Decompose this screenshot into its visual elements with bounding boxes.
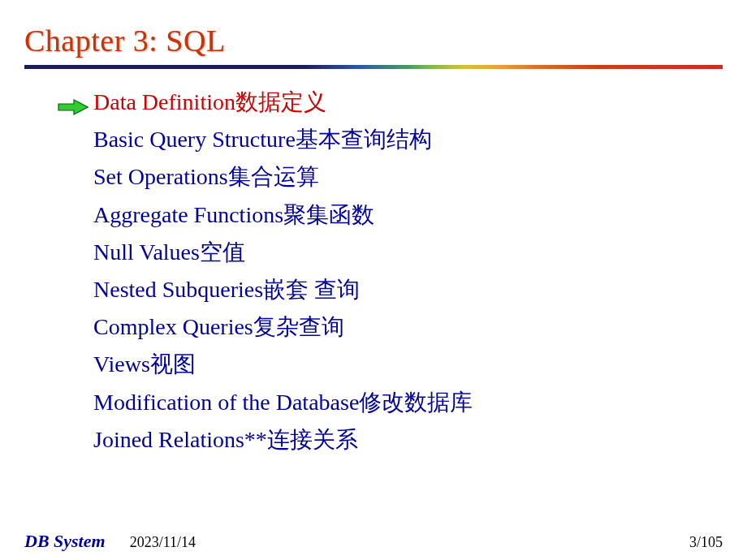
item-text-en: Set Operations xyxy=(93,158,228,196)
item-text-en: Joined Relations** xyxy=(93,421,267,459)
list-item: Joined Relations** 连接关系 xyxy=(93,421,723,459)
item-text-en: Views xyxy=(93,346,150,383)
list-item: Null Values空值 xyxy=(93,234,723,271)
footer-page: 3/105 xyxy=(689,534,723,551)
arrow-icon xyxy=(58,89,89,106)
item-text-zh: 基本查询结构 xyxy=(296,121,432,158)
item-text-en: Aggregate Functions xyxy=(93,196,283,234)
item-text-zh: 空值 xyxy=(200,234,245,271)
list-item: Basic Query Structure 基本查询结构 xyxy=(93,121,723,158)
item-text-en: Null Values xyxy=(93,234,200,271)
list-item: Aggregate Functions 聚集函数 xyxy=(93,196,723,234)
item-text-en: Complex Queries xyxy=(93,308,253,346)
slide: Chapter 3: SQL Data Definition 数据定义Basic… xyxy=(0,0,747,560)
slide-footer: DB System 2023/11/14 3/105 xyxy=(0,531,747,552)
item-text-en: Basic Query Structure xyxy=(93,121,296,158)
item-text-zh: 嵌套 查询 xyxy=(263,271,360,308)
list-item: Nested Subqueries嵌套 查询 xyxy=(93,271,723,308)
list-item: Views 视图 xyxy=(93,346,723,383)
item-text-zh: 修改数据库 xyxy=(359,384,473,421)
item-text-zh: 复杂查询 xyxy=(253,308,344,346)
item-text-zh: 聚集函数 xyxy=(283,196,374,234)
footer-label: DB System xyxy=(24,531,106,552)
item-text-zh: 连接关系 xyxy=(267,421,358,459)
item-text-zh: 数据定义 xyxy=(235,84,326,121)
list-item: Set Operations 集合运算 xyxy=(93,158,723,196)
slide-title: Chapter 3: SQL xyxy=(24,23,723,58)
content-list: Data Definition 数据定义Basic Query Structur… xyxy=(24,84,723,459)
item-text-zh: 视图 xyxy=(150,346,196,383)
list-item: Complex Queries 复杂查询 xyxy=(93,308,723,346)
item-text-zh: 集合运算 xyxy=(228,158,319,196)
list-item: Modification of the Database 修改数据库 xyxy=(93,384,723,421)
item-text-en: Data Definition xyxy=(93,84,235,121)
footer-date: 2023/11/14 xyxy=(130,534,196,551)
item-text-en: Nested Subqueries xyxy=(93,271,263,308)
item-text-en: Modification of the Database xyxy=(93,384,359,421)
list-item: Data Definition 数据定义 xyxy=(93,84,723,121)
title-divider xyxy=(24,65,723,69)
